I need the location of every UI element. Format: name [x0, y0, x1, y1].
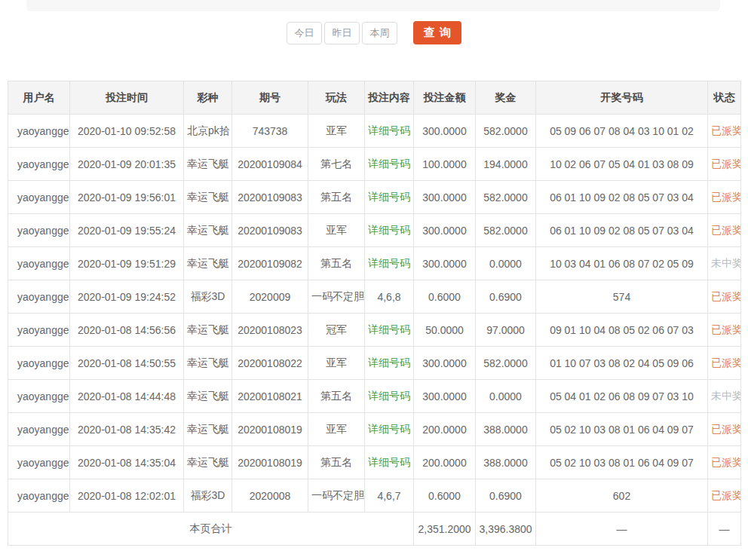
status-cell: 已派奖 — [708, 413, 741, 446]
bet-content-link[interactable]: 详细号码 — [368, 357, 410, 369]
issue-cell: 20200108021 — [232, 380, 308, 413]
amount-cell: 300.0000 — [414, 115, 476, 148]
amount-cell: 300.0000 — [414, 214, 476, 247]
bet-time-cell: 2020-01-08 12:02:01 — [70, 479, 184, 513]
status-badge: 未中奖 — [711, 390, 741, 402]
prize-cell: 582.0000 — [476, 181, 536, 214]
yesterday-button[interactable]: 昨日 — [324, 22, 360, 44]
issue-cell: 20200109084 — [232, 148, 308, 181]
today-button[interactable]: 今日 — [287, 22, 322, 44]
play-cell: 一码不定胆 — [308, 479, 365, 513]
query-button[interactable]: 查询 — [413, 21, 461, 44]
content-cell: 4,6,7 — [365, 479, 414, 513]
bet-content-cell: 详细号码 — [365, 347, 414, 380]
table-row: yaoyangge2020-01-09 20:01:35幸运飞艇20200109… — [8, 148, 741, 181]
bet-time-cell: 2020-01-09 19:24:52 — [70, 280, 184, 314]
table-row: yaoyangge2020-01-09 19:55:24幸运飞艇20200109… — [8, 214, 741, 247]
numbers-cell: 01 10 07 03 08 02 04 05 09 06 — [536, 347, 708, 380]
status-badge: 已派奖 — [711, 191, 741, 203]
status-badge: 已派奖 — [711, 224, 741, 236]
numbers-cell: 05 09 06 07 08 04 03 10 01 02 — [536, 115, 708, 148]
content-cell: 4,6,8 — [365, 280, 414, 314]
page-total-amount: 2,351.2000 — [414, 513, 476, 546]
table-row: yaoyangge2020-01-09 19:56:01幸运飞艇20200109… — [8, 181, 741, 214]
amount-cell: 100.0000 — [414, 148, 476, 181]
lottery-cell: 福彩3D — [184, 280, 232, 314]
prize-cell: 388.0000 — [476, 413, 536, 446]
bet-content-link[interactable]: 详细号码 — [368, 257, 410, 269]
status-badge: 已派奖 — [711, 489, 741, 501]
prize-cell: 97.0000 — [476, 314, 536, 347]
status-cell: 已派奖 — [708, 347, 741, 380]
bet-content-link[interactable]: 详细号码 — [368, 423, 410, 435]
play-cell: 第五名 — [308, 380, 365, 413]
status-cell: 已派奖 — [708, 314, 741, 347]
issue-cell: 20200108023 — [232, 314, 308, 347]
bet-time-cell: 2020-01-09 20:01:35 — [70, 148, 184, 181]
bet-content-link[interactable]: 详细号码 — [368, 224, 410, 236]
status-badge: 已派奖 — [711, 124, 741, 136]
status-badge: 已派奖 — [711, 456, 741, 468]
bet-time-cell: 2020-01-08 14:35:42 — [70, 413, 184, 446]
prize-cell: 0.0000 — [476, 247, 536, 280]
numbers-cell: 06 01 10 09 02 08 05 07 03 04 — [536, 181, 708, 214]
status-badge: 已派奖 — [711, 323, 741, 335]
bet-content-cell: 详细号码 — [365, 380, 414, 413]
bet-content-cell: 详细号码 — [365, 214, 414, 247]
top-toolbar-panel — [26, 0, 720, 11]
lottery-cell: 幸运飞艇 — [184, 446, 232, 479]
status-badge: 已派奖 — [711, 290, 741, 302]
bet-content-link[interactable]: 详细号码 — [368, 124, 410, 136]
prize-cell: 0.0000 — [476, 380, 536, 413]
play-cell: 冠军 — [308, 314, 365, 347]
play-cell: 亚军 — [308, 115, 365, 148]
table-row: yaoyangge2020-01-08 12:02:01福彩3D2020008一… — [8, 479, 741, 513]
lottery-cell: 幸运飞艇 — [184, 214, 232, 247]
bet-time-cell: 2020-01-08 14:35:04 — [70, 446, 184, 479]
amount-cell: 200.0000 — [414, 446, 476, 479]
status-badge: 未中奖 — [711, 257, 741, 269]
play-cell: 亚军 — [308, 347, 365, 380]
table-body: yaoyangge2020-01-10 09:52:58北京pk拾743738亚… — [8, 115, 741, 513]
lottery-cell: 幸运飞艇 — [184, 380, 232, 413]
bet-content-cell: 详细号码 — [365, 314, 414, 347]
table-row: yaoyangge2020-01-08 14:44:48幸运飞艇20200108… — [8, 380, 741, 413]
bet-content-link[interactable]: 详细号码 — [368, 390, 410, 402]
numbers-cell: 10 03 04 01 06 08 07 02 05 09 — [536, 247, 708, 280]
prize-cell: 0.6900 — [476, 479, 536, 513]
amount-cell: 200.0000 — [414, 413, 476, 446]
table-row: yaoyangge2020-01-08 14:35:42幸运飞艇20200108… — [8, 413, 741, 446]
play-cell: 一码不定胆 — [308, 280, 365, 314]
issue-cell: 20200109083 — [232, 181, 308, 214]
lottery-cell: 幸运飞艇 — [184, 181, 232, 214]
numbers-cell: 05 02 10 03 08 01 06 04 09 07 — [536, 413, 708, 446]
bet-content-link[interactable]: 详细号码 — [368, 158, 410, 170]
bet-content-link[interactable]: 详细号码 — [368, 191, 410, 203]
column-header: 投注时间 — [70, 81, 184, 115]
numbers-cell: 05 02 10 03 08 01 06 04 09 07 — [536, 446, 708, 479]
username-cell: yaoyangge — [8, 214, 70, 247]
bet-content-link[interactable]: 详细号码 — [368, 456, 410, 468]
bet-time-cell: 2020-01-09 19:51:29 — [70, 247, 184, 280]
numbers-cell: 05 04 01 02 06 08 09 07 03 10 — [536, 380, 708, 413]
issue-cell: 2020009 — [232, 280, 308, 314]
table-footer-row: 本页合计 2,351.2000 3,396.3800 — — — [8, 513, 741, 546]
table-row: yaoyangge2020-01-10 09:52:58北京pk拾743738亚… — [8, 115, 741, 148]
status-cell: 已派奖 — [708, 148, 741, 181]
week-button[interactable]: 本周 — [362, 22, 397, 44]
prize-cell: 582.0000 — [476, 115, 536, 148]
username-cell: yaoyangge — [8, 181, 70, 214]
bet-time-cell: 2020-01-08 14:56:56 — [70, 314, 184, 347]
bet-content-link[interactable]: 详细号码 — [368, 323, 410, 335]
username-cell: yaoyangge — [8, 247, 70, 280]
table-row: yaoyangge2020-01-08 14:56:56幸运飞艇20200108… — [8, 314, 741, 347]
status-badge: 已派奖 — [711, 158, 741, 170]
prize-cell: 582.0000 — [476, 214, 536, 247]
username-cell: yaoyangge — [8, 413, 70, 446]
table-row: yaoyangge2020-01-09 19:51:29幸运飞艇20200109… — [8, 247, 741, 280]
bet-content-cell: 详细号码 — [365, 181, 414, 214]
column-header: 玩法 — [308, 81, 365, 115]
column-header: 期号 — [232, 81, 308, 115]
numbers-cell: 06 01 10 09 02 08 05 07 03 04 — [536, 214, 708, 247]
prize-cell: 388.0000 — [476, 446, 536, 479]
